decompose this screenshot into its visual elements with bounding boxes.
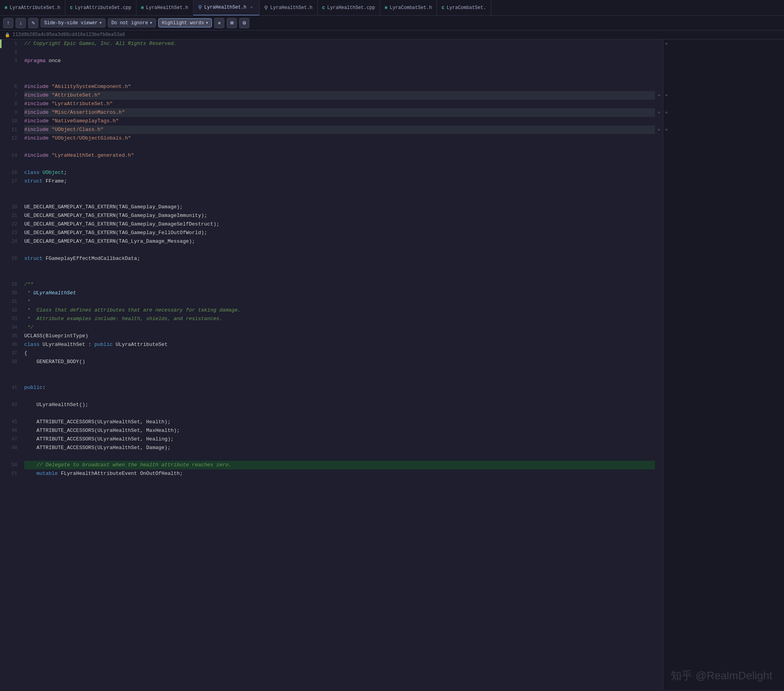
code-line-42 xyxy=(24,392,655,401)
tab-lyra-combat-set-cpp[interactable]: C LyraCombatSet. xyxy=(437,0,491,16)
diff-arrow-7: » xyxy=(655,91,663,100)
code-line-32: * Class that defines attributes that are… xyxy=(24,306,655,315)
grid-icon-button[interactable]: ⊞ xyxy=(227,18,237,28)
code-line-1: // Copyright Epic Games, Inc. All Rights… xyxy=(24,39,655,48)
code-content: // Copyright Epic Games, Inc. All Rights… xyxy=(21,39,655,690)
tab-label: LyraHealthSet.cpp xyxy=(327,5,375,11)
tab-icon-c: C xyxy=(70,5,73,10)
diff-arrow-9: » xyxy=(655,108,663,117)
code-line-16: class UObject; xyxy=(24,168,655,177)
code-line-10: #include "NativeGameplayTags.h" xyxy=(24,117,655,125)
code-line-51: mutable FLyraHealthAttributeEvent OnOutO… xyxy=(24,469,655,478)
code-line-21: UE_DECLARE_GAMEPLAY_TAG_EXTERN(TAG_Gamep… xyxy=(24,211,655,220)
code-line-48: ATTRIBUTE_ACCESSORS(ULyraHealthSet, Dama… xyxy=(24,444,655,452)
tab-lyra-attribute-set-h[interactable]: H LyraAttributeSet.h xyxy=(0,0,65,16)
code-line-22: UE_DECLARE_GAMEPLAY_TAG_EXTERN(TAG_Gamep… xyxy=(24,220,655,229)
tab-label: LyraCombatSet. xyxy=(447,5,486,11)
code-line-3: #pragma once xyxy=(24,57,655,65)
tab-icon-c2: C xyxy=(322,5,325,10)
code-line-38: GENERATED_BODY() xyxy=(24,358,655,366)
diff-arrow-11: » xyxy=(655,125,663,134)
settings-button[interactable]: ⚙ xyxy=(239,18,249,28)
code-line-37: { xyxy=(24,349,655,358)
grid-icon: ⊞ xyxy=(230,20,233,26)
close-icon: ✕ xyxy=(218,20,221,26)
code-line-13 xyxy=(24,143,655,151)
code-line-25 xyxy=(24,246,655,254)
code-line-31: * xyxy=(24,297,655,306)
code-line-46: ATTRIBUTE_ACCESSORS(ULyraHealthSet, MaxH… xyxy=(24,426,655,435)
tab-lyra-health-set-h-1[interactable]: H LyraHealthSet.h xyxy=(136,0,193,16)
editor-left-pane: 1 2 3 6 7 8 9 10 11 12 14 16 17 20 xyxy=(0,39,663,690)
tab-lyra-health-set-cpp[interactable]: C LyraHealthSet.cpp xyxy=(318,0,380,16)
code-line-50: // Delegate to broadcast when the health… xyxy=(24,461,655,469)
tab-lyra-health-set-h-2[interactable]: ⚲ LyraHealthSet.h xyxy=(260,0,318,16)
code-line-19 xyxy=(24,194,655,203)
down-button[interactable]: ↓ xyxy=(16,18,26,28)
code-line-17: struct FFrame; xyxy=(24,177,655,186)
editor-container: 1 2 3 6 7 8 9 10 11 12 14 16 17 20 xyxy=(0,39,784,690)
code-line-6: #include "AbilitySystemComponent.h" xyxy=(24,82,655,91)
tab-pin-icon-2: ⚲ xyxy=(264,5,268,11)
code-line-26: struct FGameplayEffectModCallbackData; xyxy=(24,254,655,263)
code-line-7: #include "AttributeSet.h" xyxy=(24,91,655,100)
lock-icon: 🔒 xyxy=(5,32,10,38)
close-button[interactable]: ✕ xyxy=(214,18,224,28)
code-line-47: ATTRIBUTE_ACCESSORS(ULyraHealthSet, Heal… xyxy=(24,435,655,444)
code-line-14: #include "LyraHealthSet.generated.h" xyxy=(24,151,655,160)
tab-bar: H LyraAttributeSet.h C LyraAttributeSet.… xyxy=(0,0,784,16)
code-line-24: UE_DECLARE_GAMEPLAY_TAG_EXTERN(TAG_Lyra_… xyxy=(24,237,655,246)
view-dropdown[interactable]: Side-by-side viewer ▾ xyxy=(41,18,106,27)
chevron-down-icon: ▾ xyxy=(99,20,102,26)
right-editor-empty xyxy=(669,39,784,690)
tab-label: LyraHealthSet.h xyxy=(270,5,313,11)
code-line-44 xyxy=(24,409,655,418)
code-line-8: #include "LyraAttributeSet.h" xyxy=(24,100,655,108)
code-line-29: /** xyxy=(24,280,655,289)
code-area[interactable]: 1 2 3 6 7 8 9 10 11 12 14 16 17 20 xyxy=(0,39,663,690)
diff-arrows-column: » » » xyxy=(655,39,663,690)
code-line-33: * Attribute examples include: health, sh… xyxy=(24,315,655,323)
code-line-11: #include "UObject/Class.h" xyxy=(24,125,655,134)
code-line-4 xyxy=(24,65,655,74)
code-line-27 xyxy=(24,263,655,272)
chevron-down-icon-2: ▾ xyxy=(150,20,152,26)
tab-label: LyraAttributeSet.h xyxy=(10,5,61,11)
tab-close-button[interactable]: ✕ xyxy=(249,5,254,10)
tab-icon-h3: H xyxy=(385,5,388,10)
tab-label: LyraHealthSet.h xyxy=(204,5,247,10)
code-line-30: * ULyraHealthSet xyxy=(24,289,655,297)
tab-lyra-attribute-set-cpp[interactable]: C LyraAttributeSet.cpp xyxy=(65,0,136,16)
ignore-label: Do not ignore xyxy=(111,20,148,26)
code-line-43: ULyraHealthSet(); xyxy=(24,401,655,409)
code-line-20: UE_DECLARE_GAMEPLAY_TAG_EXTERN(TAG_Gamep… xyxy=(24,203,655,211)
tab-pin-icon: ⚲ xyxy=(198,4,202,11)
tab-icon-c3: C xyxy=(442,5,444,10)
hash-text: 112d9b285a4c05ea3d98cd416e123befb0ea53a6 xyxy=(13,32,125,38)
code-line-18 xyxy=(24,186,655,194)
code-line-12: #include "UObject/UObjectGlobals.h" xyxy=(24,134,655,143)
right-diff-bars: « « « « xyxy=(663,39,669,690)
code-line-45: ATTRIBUTE_ACCESSORS(ULyraHealthSet, Heal… xyxy=(24,418,655,426)
code-line-40 xyxy=(24,375,655,383)
right-diff-container: « « « « xyxy=(663,39,784,690)
code-line-41: public: xyxy=(24,383,655,392)
editor-right-pane: « « « « xyxy=(663,39,784,690)
chevron-down-icon-3: ▾ xyxy=(206,20,208,26)
ignore-dropdown[interactable]: Do not ignore ▾ xyxy=(108,18,156,27)
tab-lyra-health-set-h-active[interactable]: ⚲ LyraHealthSet.h ✕ xyxy=(193,0,260,16)
toolbar: ↑ ↓ ✎ Side-by-side viewer ▾ Do not ignor… xyxy=(0,16,784,30)
tab-label: LyraAttributeSet.cpp xyxy=(75,5,131,11)
highlight-label: Highlight words xyxy=(162,20,204,26)
view-label: Side-by-side viewer xyxy=(44,20,98,26)
edit-button[interactable]: ✎ xyxy=(28,18,38,28)
code-line-15 xyxy=(24,160,655,168)
line-numbers: 1 2 3 6 7 8 9 10 11 12 14 16 17 20 xyxy=(2,39,21,690)
code-line-23: UE_DECLARE_GAMEPLAY_TAG_EXTERN(TAG_Gamep… xyxy=(24,229,655,237)
tab-label: LyraHealthSet.h xyxy=(146,5,188,11)
tab-icon-h2: H xyxy=(141,5,144,10)
code-line-2 xyxy=(24,48,655,57)
up-button[interactable]: ↑ xyxy=(3,18,13,28)
tab-lyra-combat-set-h[interactable]: H LyraCombatSet.h xyxy=(380,0,437,16)
highlight-dropdown[interactable]: Highlight words ▾ xyxy=(158,18,212,27)
